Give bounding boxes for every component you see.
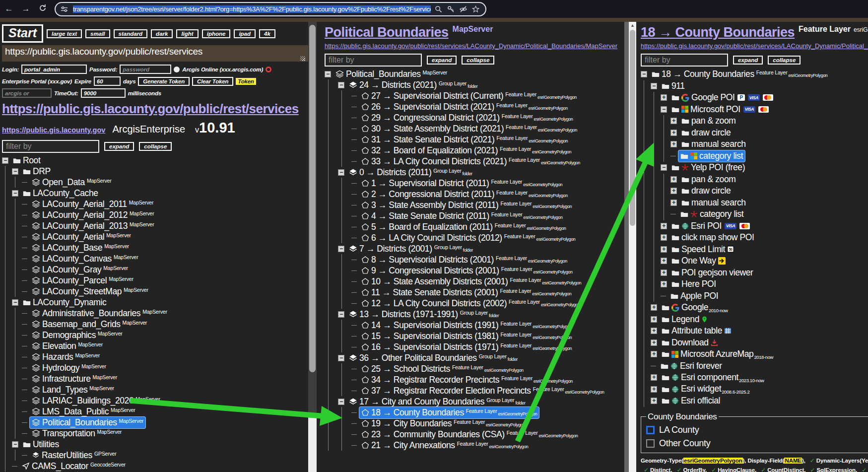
collapse-toggle[interactable]: − <box>338 169 344 176</box>
tree-node[interactable]: Political_BoundariesMapServer <box>334 68 449 80</box>
tree-node[interactable]: Utilities <box>21 439 61 450</box>
key-icon[interactable] <box>447 5 456 13</box>
start-button[interactable]: Start <box>2 24 43 43</box>
collapse-toggle[interactable]: − <box>338 355 344 361</box>
expand-toggle[interactable]: + <box>651 374 657 381</box>
tree-node[interactable]: Yelp POI (free) <box>669 162 747 173</box>
collapse-toggle[interactable]: − <box>641 71 647 77</box>
right-filter-input[interactable] <box>641 54 728 67</box>
tree-node[interactable]: 36 → Other Political BoundariesGroup Lay… <box>347 352 520 364</box>
service-url-textarea[interactable]: https://public.gis.lacounty.gov/public/r… <box>2 45 308 62</box>
tree-node[interactable]: Download <box>660 337 720 348</box>
tree-node[interactable]: 15 → Supervisorial Districts (1981)Featu… <box>359 331 574 342</box>
tree-node[interactable]: 31 → State Senate District (2021)Feature… <box>359 134 570 145</box>
left-expand-button[interactable]: expand <box>104 142 134 151</box>
size-button-4k[interactable]: 4k <box>259 29 275 38</box>
expand-toggle[interactable]: + <box>661 94 667 101</box>
tree-node[interactable]: manual search <box>679 138 748 150</box>
tree-node[interactable]: Microsoft AzureMap2018-now <box>660 348 775 360</box>
tree-node[interactable]: HazardsMapServer <box>30 351 102 363</box>
tree-row-8-supervisorial-districts-2001[interactable]: 8 → Supervisorial Districts (2001)Featur… <box>325 254 624 265</box>
tree-node[interactable]: 26 → Supervisorial District (2021)Featur… <box>359 101 570 113</box>
tree-row-esri-forever[interactable]: Esri forever <box>641 360 868 372</box>
host-link[interactable]: https://public.gis.lacounty.gov <box>2 126 105 134</box>
tree-node[interactable]: 30 → State Assembly District (2021)Featu… <box>359 123 579 135</box>
expand-toggle[interactable]: + <box>670 141 677 147</box>
tree-row-infrastructure[interactable]: InfrastructureMapServer <box>2 373 308 384</box>
expand-toggle[interactable]: + <box>661 223 667 229</box>
left-scrollbar[interactable] <box>308 22 317 472</box>
tree-node[interactable]: LACounty_StreetMapMapServer <box>30 286 150 297</box>
tree-node[interactable]: Basemap_and_GridsMapServer <box>30 319 149 330</box>
left-filter-input[interactable] <box>2 140 99 153</box>
tree-node[interactable]: 25 → School DistrictsFeature LayeresriGe… <box>359 363 526 375</box>
resize-handle-icon[interactable] <box>300 56 305 61</box>
forward-icon[interactable]: → <box>21 4 31 14</box>
collapse-toggle[interactable]: − <box>12 190 18 197</box>
tree-row-elevation[interactable]: ElevationMapServer <box>2 340 308 351</box>
expand-toggle[interactable]: + <box>661 234 667 241</box>
expand-toggle[interactable]: + <box>661 246 667 253</box>
tree-node[interactable]: 27 → Supervisorial District (Current)Fea… <box>359 90 579 102</box>
tree-node-selected[interactable]: Political_BoundariesMapServer <box>30 417 145 428</box>
expand-toggle[interactable]: + <box>651 328 657 334</box>
middle-expand-button[interactable]: expand <box>427 56 457 65</box>
tree-node[interactable]: Microsoft POIVISA <box>669 104 771 115</box>
tree-row-speed-limit[interactable]: +Speed Limit50 <box>641 244 868 256</box>
tree-node[interactable]: 911 <box>660 80 687 92</box>
expand-toggle[interactable]: + <box>670 176 677 183</box>
tree-row-1-supervisorial-district-2011[interactable]: 1 → Supervisorial District (2011)Feature… <box>325 178 624 189</box>
tree-row-17-city-and-county-boundaries[interactable]: −17 → City and County BoundariesGroup La… <box>325 396 624 407</box>
clear-token-button[interactable]: Clear Token <box>192 77 233 86</box>
collapse-toggle[interactable]: − <box>12 441 18 448</box>
tree-row-lacounty-aerial-2013[interactable]: LACounty_Aerial_2013MapServer <box>2 220 308 231</box>
tree-row-pan-zoom[interactable]: +pan & zoom <box>641 115 868 127</box>
tree-node[interactable]: 19 → City BoundariesFeature LayeresriGeo… <box>359 418 527 429</box>
tree-node[interactable]: 0 → Districts (2011)Group Layerfolder <box>347 167 474 178</box>
tree-row-manual-search[interactable]: +manual search <box>641 197 868 209</box>
tree-row-lacounty-base[interactable]: LACounty_BaseMapServer <box>2 242 308 253</box>
expand-toggle[interactable]: + <box>651 339 657 346</box>
right-scrollbar[interactable]: ▲ <box>629 22 636 472</box>
tree-row-one-way[interactable]: +One Way <box>641 255 868 267</box>
tree-node[interactable]: 2 → Congressional District (2011)Feature… <box>359 189 570 200</box>
tree-row-cams-locator[interactable]: CAMS_LocatorGeocodeServer <box>2 461 308 472</box>
tree-row-drp[interactable]: −DRP <box>2 166 308 177</box>
expire-days-input[interactable] <box>94 76 121 86</box>
tree-row-18-county-boundaries[interactable]: −18 → County BoundariesFeature Layeresri… <box>641 68 868 80</box>
tree-node[interactable]: 18 → County BoundariesFeature LayeresriG… <box>650 68 829 80</box>
tree-node[interactable]: Attribute table <box>660 325 734 337</box>
expand-toggle[interactable]: + <box>651 398 657 404</box>
tree-node[interactable]: ElevationMapServer <box>30 340 105 352</box>
login-input[interactable] <box>21 65 87 74</box>
middle-collapse-button[interactable]: collapse <box>462 56 494 65</box>
tree-row-lacounty-dynamic[interactable]: −LACounty_Dynamic <box>2 297 308 308</box>
tree-node[interactable]: 29 → Congressional District (2021)Featur… <box>359 112 575 124</box>
tree-node[interactable]: 9 → Congressional Districts (2001)Featur… <box>359 265 574 276</box>
tree-row-rasterutilities[interactable]: RasterUtilitiesGPServer <box>2 450 308 461</box>
tree-node[interactable]: Open_DataMapServer <box>30 177 113 188</box>
tree-row-6-la-city-council-districts-2012[interactable]: 6 → LA City Council Districts (2012)Feat… <box>325 232 624 243</box>
tree-row-25-school-districts[interactable]: 25 → School DistrictsFeature LayeresriGe… <box>325 363 624 374</box>
tree-row-34-registrar-recorder-precincts[interactable]: 34 → Registrar Recorder PrecinctsFeature… <box>325 374 624 385</box>
tree-node[interactable]: LACounty_ParcelMapServer <box>30 275 135 286</box>
tree-node[interactable]: pan & zoom <box>679 115 737 127</box>
size-button-light[interactable]: light <box>176 29 198 38</box>
left-collapse-button[interactable]: collapse <box>139 142 172 151</box>
tree-row-root[interactable]: −Root <box>2 155 308 166</box>
arcgis-online-radio[interactable] <box>174 67 180 72</box>
expand-toggle[interactable]: + <box>651 351 657 357</box>
tree-node[interactable]: 5 → Board of Equalization (2011)Feature … <box>359 221 568 233</box>
collapse-toggle[interactable]: − <box>325 71 331 77</box>
tree-node[interactable]: InfrastructureMapServer <box>30 373 119 385</box>
tree-row-12-la-city-council-districts-2002[interactable]: 12 → LA City Council Districts (2002)Fea… <box>325 298 624 309</box>
collapse-toggle[interactable]: − <box>338 246 344 252</box>
expand-toggle[interactable]: + <box>661 270 667 276</box>
reload-icon[interactable] <box>38 4 48 14</box>
tree-row-political-boundaries[interactable]: −Political_BoundariesMapServer <box>325 68 624 79</box>
tree-row-14-supervisorial-districts-1991[interactable]: 14 → Supervisorial Districts (1991)Featu… <box>325 320 624 331</box>
tree-node[interactable]: 1 → Supervisorial District (2011)Feature… <box>359 178 564 189</box>
tree-row-political-boundaries[interactable]: Political_BoundariesMapServer <box>2 417 308 428</box>
password-input[interactable] <box>120 65 171 74</box>
tree-row-29-congressional-district-2021[interactable]: 29 → Congressional District (2021)Featur… <box>325 112 624 123</box>
